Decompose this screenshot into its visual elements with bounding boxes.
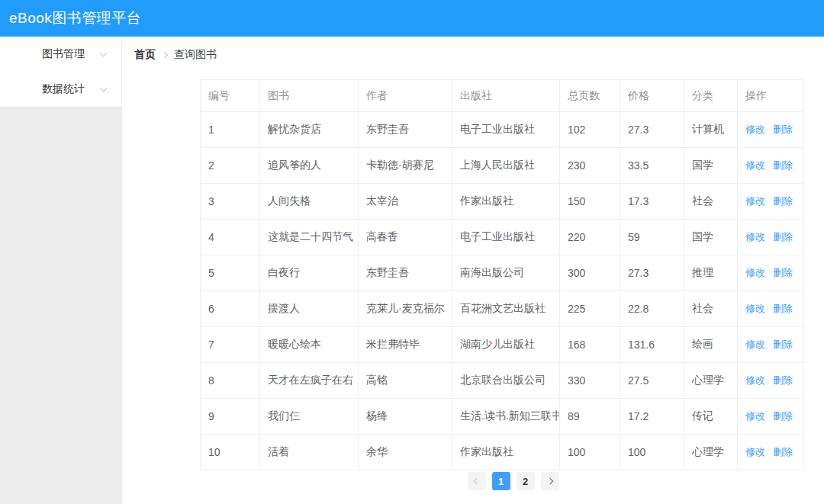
delete-link[interactable]: 删除 [773, 339, 793, 350]
cell-price: 131.6 [620, 327, 684, 363]
cell-price: 27.5 [620, 363, 684, 399]
next-page-button[interactable] [541, 472, 559, 490]
app-title: eBook图书管理平台 [9, 8, 141, 28]
cell-pages: 89 [560, 399, 620, 435]
page-button-2[interactable]: 2 [517, 472, 535, 490]
delete-link[interactable]: 删除 [773, 267, 793, 278]
cell-title: 摆渡人 [260, 291, 359, 327]
table-row: 7暖暖心绘本米拦弗特毕湖南少儿出版社168131.6绘画修改删除 [201, 327, 804, 363]
column-header: 价格 [620, 80, 684, 112]
books-table: 编号图书作者出版社总页数价格分类操作 1解忧杂货店东野圭吾电子工业出版社1022… [200, 79, 804, 470]
page-button-1[interactable]: 1 [492, 472, 510, 490]
cell-author: 东野圭吾 [359, 255, 452, 291]
cell-title: 这就是二十四节气 [260, 220, 359, 255]
cell-id: 2 [201, 148, 260, 184]
cell-actions: 修改删除 [738, 148, 804, 184]
chevron-down-icon [100, 50, 108, 57]
edit-link[interactable]: 修改 [745, 231, 765, 242]
cell-pages: 150 [560, 184, 620, 220]
column-header: 图书 [260, 80, 359, 112]
edit-link[interactable]: 修改 [745, 374, 765, 386]
edit-link[interactable]: 修改 [745, 410, 765, 422]
cell-price: 100 [620, 435, 684, 470]
table-row: 1解忧杂货店东野圭吾电子工业出版社10227.3计算机修改删除 [201, 112, 804, 148]
cell-price: 59 [620, 220, 684, 255]
cell-publisher: 南海出版公司 [452, 255, 560, 291]
edit-link[interactable]: 修改 [745, 339, 765, 350]
edit-link[interactable]: 修改 [745, 195, 765, 207]
delete-link[interactable]: 删除 [773, 303, 793, 314]
delete-link[interactable]: 删除 [773, 231, 793, 242]
cell-category: 传记 [684, 399, 738, 435]
cell-category: 计算机 [684, 112, 738, 148]
cell-author: 高铭 [359, 363, 452, 399]
cell-pages: 220 [560, 220, 620, 255]
cell-id: 9 [201, 399, 260, 435]
delete-link[interactable]: 删除 [773, 195, 793, 207]
edit-link[interactable]: 修改 [745, 267, 765, 278]
cell-category: 推理 [684, 255, 738, 291]
breadcrumb-current: 查询图书 [174, 48, 217, 62]
prev-page-button[interactable] [468, 472, 486, 490]
cell-price: 27.3 [620, 112, 684, 148]
column-header: 出版社 [452, 80, 560, 112]
cell-actions: 修改删除 [738, 255, 804, 291]
edit-link[interactable]: 修改 [745, 446, 765, 457]
delete-link[interactable]: 删除 [773, 410, 793, 422]
delete-link[interactable]: 删除 [773, 446, 793, 457]
cell-id: 8 [201, 363, 260, 399]
cell-title: 追风筝的人 [260, 148, 359, 184]
cell-actions: 修改删除 [738, 291, 804, 327]
cell-title: 我们仨 [260, 399, 359, 435]
edit-link[interactable]: 修改 [745, 303, 765, 314]
cell-category: 绘画 [684, 327, 738, 363]
cell-price: 33.5 [620, 148, 684, 184]
cell-publisher: 百花洲文艺出版社 [452, 291, 560, 327]
edit-link[interactable]: 修改 [745, 159, 765, 171]
cell-id: 7 [201, 327, 260, 363]
cell-author: 卡勒德·胡赛尼 [359, 148, 452, 184]
cell-actions: 修改删除 [738, 399, 804, 435]
cell-pages: 102 [560, 112, 620, 148]
sidebar-item-book-management[interactable]: 图书管理 [0, 37, 121, 72]
cell-actions: 修改删除 [738, 112, 804, 148]
cell-actions: 修改删除 [738, 184, 804, 220]
cell-pages: 100 [560, 435, 620, 470]
cell-price: 17.3 [620, 184, 684, 220]
cell-id: 3 [201, 184, 260, 220]
cell-author: 余华 [359, 435, 452, 470]
cell-publisher: 生活.读书.新知三联书店 [452, 399, 560, 435]
cell-author: 米拦弗特毕 [359, 327, 452, 363]
cell-publisher: 上海人民出版社 [452, 148, 560, 184]
cell-category: 社会 [684, 291, 738, 327]
main-layout: 图书管理 数据统计 首页 查询图书 编号图书作者出版社总页 [0, 37, 824, 504]
cell-category: 心理学 [684, 435, 738, 470]
delete-link[interactable]: 删除 [773, 374, 793, 386]
table-row: 9我们仨杨绛生活.读书.新知三联书店8917.2传记修改删除 [201, 399, 804, 435]
cell-category: 心理学 [684, 363, 738, 399]
delete-link[interactable]: 删除 [773, 124, 793, 135]
cell-title: 天才在左疯子在右 [260, 363, 359, 399]
sidebar-item-data-statistics[interactable]: 数据统计 [0, 72, 121, 107]
cell-publisher: 作家出版社 [452, 184, 560, 220]
delete-link[interactable]: 删除 [773, 159, 793, 171]
cell-actions: 修改删除 [738, 220, 804, 255]
cell-id: 5 [201, 255, 260, 291]
chevron-left-icon [473, 478, 479, 484]
cell-title: 白夜行 [260, 255, 359, 291]
cell-id: 1 [201, 112, 260, 148]
breadcrumb-home-link[interactable]: 首页 [134, 48, 156, 62]
cell-actions: 修改删除 [738, 363, 804, 399]
cell-price: 22.8 [620, 291, 684, 327]
chevron-down-icon [100, 85, 108, 92]
cell-author: 克莱儿·麦克福尔 [359, 291, 452, 327]
cell-title: 人间失格 [260, 184, 359, 220]
chevron-right-icon [162, 52, 168, 58]
cell-actions: 修改删除 [738, 327, 804, 363]
edit-link[interactable]: 修改 [745, 124, 765, 135]
cell-pages: 168 [560, 327, 620, 363]
cell-publisher: 电子工业出版社 [452, 220, 560, 255]
books-table-container: 编号图书作者出版社总页数价格分类操作 1解忧杂货店东野圭吾电子工业出版社1022… [200, 79, 805, 470]
table-row: 3人间失格太宰治作家出版社15017.3社会修改删除 [201, 184, 804, 220]
cell-publisher: 作家出版社 [452, 435, 560, 470]
